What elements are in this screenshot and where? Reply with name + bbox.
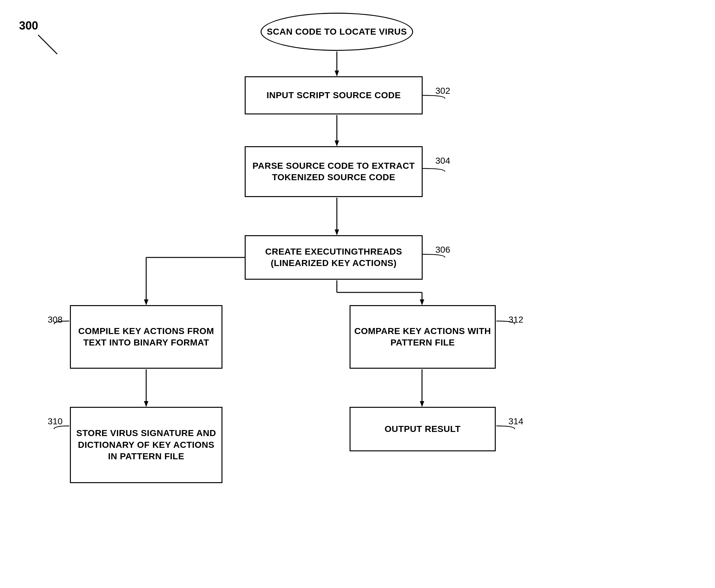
node-306-label: CREATE EXECUTINGTHREADS (LINEARIZED KEY … (246, 243, 422, 272)
svg-marker-2 (335, 70, 339, 76)
flowchart-diagram: 300 (0, 0, 715, 588)
ref-302: 302 (435, 86, 450, 96)
svg-marker-13 (420, 299, 424, 305)
start-label: SCAN CODE TO LOCATE VIRUS (264, 23, 410, 41)
node-308: COMPILE KEY ACTIONS FROM TEXT INTO BINAR… (70, 305, 223, 369)
svg-marker-6 (335, 230, 339, 235)
ref-306: 306 (435, 245, 450, 255)
node-308-label: COMPILE KEY ACTIONS FROM TEXT INTO BINAR… (71, 322, 222, 352)
node-304-label: PARSE SOURCE CODE TO EXTRACT TOKENIZED S… (246, 157, 422, 187)
ref-308: 308 (48, 315, 63, 325)
node-310-label: STORE VIRUS SIGNATURE AND DICTIONARY OF … (71, 424, 222, 465)
svg-marker-4 (335, 141, 339, 146)
ref-310: 310 (48, 416, 63, 426)
ref-314: 314 (508, 416, 523, 426)
node-312-label: COMPARE KEY ACTIONS WITH PATTERN FILE (351, 322, 495, 352)
start-node: SCAN CODE TO LOCATE VIRUS (260, 13, 413, 51)
svg-marker-17 (420, 401, 424, 407)
figure-number: 300 (19, 19, 38, 33)
svg-marker-9 (144, 299, 148, 305)
node-304: PARSE SOURCE CODE TO EXTRACT TOKENIZED S… (245, 146, 423, 197)
node-314-label: OUTPUT RESULT (381, 420, 464, 438)
node-302: INPUT SCRIPT SOURCE CODE (245, 76, 423, 114)
svg-line-0 (38, 35, 57, 54)
node-312: COMPARE KEY ACTIONS WITH PATTERN FILE (350, 305, 496, 369)
ref-304: 304 (435, 156, 450, 166)
node-314: OUTPUT RESULT (350, 407, 496, 451)
ref-312: 312 (508, 315, 523, 325)
svg-marker-15 (144, 401, 148, 407)
node-306: CREATE EXECUTINGTHREADS (LINEARIZED KEY … (245, 235, 423, 280)
node-302-label: INPUT SCRIPT SOURCE CODE (264, 86, 404, 104)
node-310: STORE VIRUS SIGNATURE AND DICTIONARY OF … (70, 407, 223, 483)
